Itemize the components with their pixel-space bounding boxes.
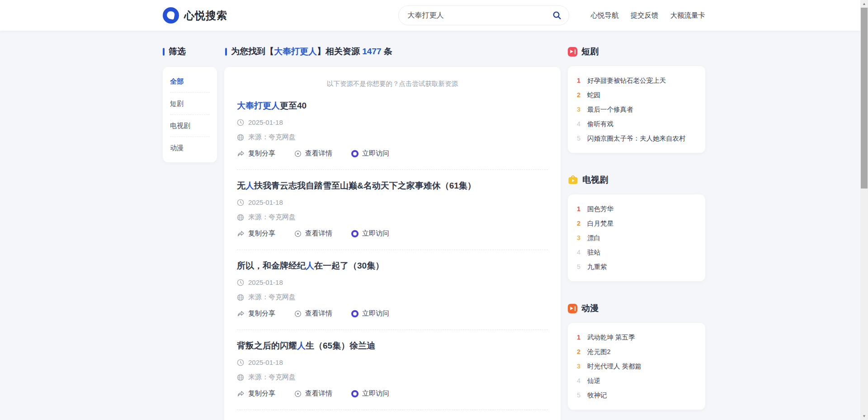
clock-icon	[237, 279, 244, 286]
ranking-item[interactable]: 3 最后一个修真者	[576, 102, 697, 117]
rank-number: 3	[576, 363, 581, 370]
view-detail-button[interactable]: 查看详情	[294, 229, 332, 238]
rank-number: 1	[576, 205, 581, 212]
filter-item-tvseries[interactable]: 电视剧	[170, 115, 210, 137]
copy-share-button[interactable]: 复制分享	[237, 389, 275, 398]
visit-now-button[interactable]: 立即访问	[351, 389, 389, 398]
result-date-row: 2025-01-18	[237, 118, 548, 126]
result-source: 来源：夸克网盘	[248, 373, 296, 382]
visit-now-button[interactable]: 立即访问	[351, 309, 389, 318]
filter-card: 全部 短剧 电视剧 动漫	[163, 67, 217, 162]
ranking-item[interactable]: 4 驻站	[576, 245, 697, 260]
eye-icon	[294, 310, 302, 317]
result-title[interactable]: 大奉打更人更至40	[237, 100, 548, 112]
ranking-section-tvseries: 电视剧 1 国色芳华 2 白月梵星 3 漂白 4 驻站	[568, 175, 705, 281]
filter-item-all[interactable]: 全部	[170, 71, 210, 93]
scrollbar-track[interactable]: ▲ ▼	[860, 0, 868, 420]
copy-share-button[interactable]: 复制分享	[237, 149, 275, 158]
ranking-title: 动漫	[581, 302, 599, 314]
results-heading: 为您找到【大奉打更人】相关资源 1477 条	[231, 46, 392, 57]
rank-number: 2	[576, 348, 581, 355]
ranking-card: 1 国色芳华 2 白月梵星 3 漂白 4 驻站 5 九重紫	[568, 194, 705, 281]
rank-number: 3	[576, 234, 581, 241]
result-source-row: 来源：夸克网盘	[237, 293, 548, 302]
result-source-row: 来源：夸克网盘	[237, 373, 548, 382]
ranking-item[interactable]: 5 闪婚京圈太子爷：夫人她来自农村	[576, 131, 697, 146]
rank-number: 2	[576, 91, 581, 99]
nav-link-feedback[interactable]: 提交反馈	[631, 11, 659, 20]
refresh-notice-link[interactable]: 以下资源不是你想要的？点击尝试获取新资源	[237, 78, 548, 94]
quark-disk-icon	[351, 150, 359, 157]
nav-link-data-card[interactable]: 大额流量卡	[670, 11, 706, 20]
ranking-item[interactable]: 1 国色芳华	[576, 202, 697, 216]
ranking-item[interactable]: 4 仙逆	[576, 373, 697, 388]
copy-share-button[interactable]: 复制分享	[237, 229, 275, 238]
scrollbar-down-arrow[interactable]: ▼	[860, 412, 868, 420]
result-item: 家族将亡，植物人的我苏醒了（33集） 2025-01-18 来源：夸克网盘 复制…	[237, 410, 548, 420]
section-bar-icon	[163, 48, 165, 56]
ranking-item[interactable]: 2 蛇园	[576, 88, 697, 102]
filter-title: 筛选	[169, 46, 186, 57]
result-title[interactable]: 所以，和金牌经纪人在一起了（30集）	[237, 260, 548, 272]
result-item: 无人扶我青云志我自踏雪至山巅&名动天下之家事难休（61集） 2025-01-18…	[237, 170, 548, 241]
brand-logo[interactable]: 心悦搜索	[163, 7, 227, 24]
result-title[interactable]: 背叛之后的闪耀人生（65集）徐兰迪	[237, 340, 548, 352]
view-detail-button[interactable]: 查看详情	[294, 149, 332, 158]
shortdrama-play-icon	[568, 47, 577, 57]
rank-name: 驻站	[587, 248, 600, 257]
rank-name: 仙逆	[587, 377, 600, 385]
result-title[interactable]: 无人扶我青云志我自踏雪至山巅&名动天下之家事难休（61集）	[237, 180, 548, 192]
ranking-item[interactable]: 2 白月梵星	[576, 216, 697, 231]
rank-number: 4	[576, 120, 581, 127]
rank-name: 九重紫	[587, 263, 607, 271]
ranking-title: 短剧	[581, 46, 599, 57]
filter-item-anime[interactable]: 动漫	[170, 137, 210, 159]
search-button[interactable]	[549, 7, 565, 24]
scrollbar-thumb[interactable]	[861, 8, 868, 189]
results-keyword: 大奉打更人	[274, 47, 317, 56]
view-detail-button[interactable]: 查看详情	[294, 309, 332, 318]
ranking-item[interactable]: 5 牧神记	[576, 388, 697, 402]
view-detail-button[interactable]: 查看详情	[294, 389, 332, 398]
result-actions: 复制分享 查看详情 立即访问	[237, 149, 548, 160]
ranking-item[interactable]: 2 沧元图2	[576, 344, 697, 359]
eye-icon	[294, 150, 302, 157]
globe-icon	[237, 134, 244, 141]
ranking-item[interactable]: 3 漂白	[576, 231, 697, 245]
rank-number: 4	[576, 249, 581, 256]
nav-link-navigation[interactable]: 心悦导航	[591, 11, 619, 20]
results-column: 为您找到【大奉打更人】相关资源 1477 条 以下资源不是你想要的？点击尝试获取…	[224, 46, 561, 420]
results-header: 为您找到【大奉打更人】相关资源 1477 条	[225, 46, 561, 57]
search-input[interactable]	[408, 11, 549, 19]
result-date-row: 2025-01-18	[237, 359, 548, 366]
section-bar-icon	[225, 48, 227, 56]
ranking-item[interactable]: 1 好孕甜妻被钻石老公宠上天	[576, 73, 697, 88]
rank-number: 5	[576, 392, 581, 399]
ranking-item[interactable]: 1 武动乾坤 第五季	[576, 330, 697, 344]
share-icon	[237, 310, 245, 317]
share-icon	[237, 230, 245, 237]
visit-now-button[interactable]: 立即访问	[351, 149, 389, 158]
result-source: 来源：夸克网盘	[248, 133, 296, 142]
copy-share-button[interactable]: 复制分享	[237, 309, 275, 318]
globe-icon	[237, 374, 244, 381]
results-count: 1477	[362, 47, 381, 56]
result-date: 2025-01-18	[248, 198, 283, 206]
rank-number: 2	[576, 220, 581, 227]
clock-icon	[237, 119, 244, 126]
scrollbar-up-arrow[interactable]: ▲	[860, 0, 868, 8]
rank-number: 1	[576, 77, 581, 84]
visit-now-button[interactable]: 立即访问	[351, 229, 389, 238]
rankings-sidebar: 短剧 1 好孕甜妻被钻石老公宠上天 2 蛇园 3 最后一个修真者 4 偷听有戏	[568, 46, 705, 410]
ranking-section-shortdrama: 短剧 1 好孕甜妻被钻石老公宠上天 2 蛇园 3 最后一个修真者 4 偷听有戏	[568, 46, 705, 153]
ranking-item[interactable]: 5 九重紫	[576, 260, 697, 274]
ranking-item[interactable]: 4 偷听有戏	[576, 117, 697, 131]
page-content: 筛选 全部 短剧 电视剧 动漫 为您找到【大奉打更人】相关资源 1477 条 以…	[163, 46, 705, 420]
result-source: 来源：夸克网盘	[248, 213, 296, 222]
result-source-row: 来源：夸克网盘	[237, 213, 548, 222]
brand-name: 心悦搜索	[184, 9, 227, 23]
ranking-item[interactable]: 3 时光代理人 英都篇	[576, 359, 697, 373]
rank-name: 牧神记	[587, 391, 607, 400]
ranking-card: 1 好孕甜妻被钻石老公宠上天 2 蛇园 3 最后一个修真者 4 偷听有戏 5	[568, 66, 705, 153]
filter-item-shortdrama[interactable]: 短剧	[170, 93, 210, 115]
